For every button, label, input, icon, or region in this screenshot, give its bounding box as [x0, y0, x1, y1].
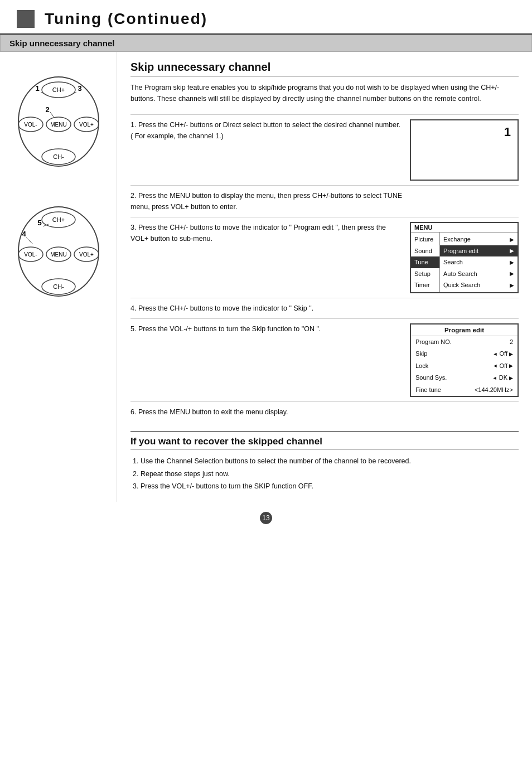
svg-text:CH-: CH-: [53, 153, 64, 160]
program-edit-screen: Program edit Program NO. 2 Skip ◄ Off ▶: [410, 323, 519, 398]
menu-header: MENU: [411, 223, 518, 233]
svg-text:VOL+: VOL+: [79, 122, 94, 128]
step-3-diagram: MENU Picture Sound Tune Setup Timer Exch…: [410, 222, 519, 293]
step-5-row: 5. Press the VOL-/+ buttons to turn the …: [130, 318, 519, 398]
svg-text:MENU: MENU: [50, 122, 66, 128]
svg-text:CH+: CH+: [52, 86, 64, 93]
pe-row-sound-sys: Sound Sys. ◄ DK ▶: [411, 372, 518, 384]
step-4-text: 4. Press the CH+/- buttons to move the i…: [130, 303, 410, 314]
section-bar: Skip unnecessary channel: [0, 35, 532, 52]
page-number: 13: [260, 512, 272, 524]
recovery-heading: If you want to recover the skipped chann…: [130, 436, 519, 449]
step-3-row: 3. Press the CH+/- buttons to move the i…: [130, 217, 519, 293]
menu-screen: MENU Picture Sound Tune Setup Timer Exch…: [410, 222, 519, 293]
step-5-diagram: Program edit Program NO. 2 Skip ◄ Off ▶: [410, 323, 519, 398]
svg-text:1: 1: [35, 84, 39, 93]
header-square: [17, 10, 35, 28]
page-number-container: 13: [0, 512, 532, 524]
menu-right-quick-search: Quick Search▶: [440, 279, 518, 291]
svg-line-30: [26, 238, 33, 244]
menu-body: Picture Sound Tune Setup Timer Exchange▶: [411, 233, 518, 292]
svg-text:VOL-: VOL-: [24, 251, 37, 258]
step-6-text: 6. Press the MENU button to exit the men…: [130, 406, 410, 418]
pe-row-program-no: Program NO. 2: [411, 336, 518, 348]
menu-item-timer: Timer: [411, 279, 439, 291]
right-column: Skip unnecessary channel The Program ski…: [117, 52, 532, 502]
svg-text:CH+: CH+: [52, 216, 64, 223]
section-heading: Skip unnecessary channel: [130, 61, 519, 76]
menu-item-picture: Picture: [411, 234, 439, 245]
menu-item-sound: Sound: [411, 245, 439, 257]
pe-header: Program edit: [411, 325, 518, 336]
intro-text: The Program skip feature enables you to …: [130, 82, 519, 104]
recovery-item-3: 3. Press the VOL+/- buttons to turn the …: [133, 480, 519, 493]
step-5-text: 5. Press the VOL-/+ buttons to turn the …: [130, 323, 410, 335]
pe-row-skip: Skip ◄ Off ▶: [411, 348, 518, 360]
svg-text:2: 2: [45, 105, 49, 114]
step-6-row: 6. Press the MENU button to exit the men…: [130, 401, 519, 418]
menu-item-tune: Tune: [411, 256, 439, 268]
svg-line-16: [70, 92, 76, 95]
menu-right-search: Search▶: [440, 256, 518, 268]
page-title: Tuning (Continued): [45, 10, 207, 28]
recovery-section: If you want to recover the skipped chann…: [130, 431, 519, 493]
main-content: CH+ VOL- MENU VOL+ CH- 1 2 3: [0, 52, 532, 502]
left-column: CH+ VOL- MENU VOL+ CH- 1 2 3: [0, 52, 117, 502]
svg-line-14: [41, 92, 47, 95]
pe-row-lock: Lock ◄ Off ▶: [411, 360, 518, 372]
menu-right-exchange: Exchange▶: [440, 234, 518, 245]
section-bar-label: Skip unnecessary channel: [9, 38, 114, 48]
svg-line-15: [50, 112, 54, 118]
step-2-row: 2. Press the MENU button to display the …: [130, 185, 519, 212]
step-3-text: 3. Press the CH+/- buttons to move the i…: [130, 222, 410, 244]
svg-text:3: 3: [78, 84, 81, 93]
page-header: Tuning (Continued): [0, 0, 532, 35]
svg-text:VOL+: VOL+: [79, 251, 94, 258]
menu-right: Exchange▶ Program edit▶ Search▶ Auto Sea…: [440, 233, 518, 292]
remote-diagram-1: CH+ VOL- MENU VOL+ CH- 1 2 3: [14, 74, 103, 171]
pe-row-fine-tune: Fine tune <144.20MHz>: [411, 384, 518, 396]
menu-right-auto-search: Auto Search▶: [440, 268, 518, 280]
step-1-text: 1. Press the CH+/- buttons or Direct sel…: [130, 119, 410, 142]
step-4-row: 4. Press the CH+/- buttons to move the i…: [130, 298, 519, 314]
svg-text:VOL-: VOL-: [24, 122, 37, 128]
svg-text:5: 5: [37, 219, 41, 227]
svg-text:CH-: CH-: [53, 283, 64, 290]
menu-left: Picture Sound Tune Setup Timer: [411, 233, 440, 292]
tv-screen-1: 1: [411, 120, 518, 180]
step-2-text: 2. Press the MENU button to display the …: [130, 190, 410, 212]
remote-diagram-2: CH+ VOL- MENU VOL+ CH- 4 5: [14, 204, 103, 301]
step-1-row: 1. Press the CH+/- buttons or Direct sel…: [130, 114, 519, 181]
recovery-item-1: 1. Use the Channel Selection buttons to …: [133, 455, 519, 468]
svg-text:4: 4: [22, 230, 26, 238]
recovery-list: 1. Use the Channel Selection buttons to …: [130, 455, 519, 493]
menu-item-setup: Setup: [411, 268, 439, 280]
recovery-item-2: 2. Repeat those steps just now.: [133, 468, 519, 481]
svg-text:MENU: MENU: [50, 251, 66, 258]
channel-number: 1: [504, 125, 511, 139]
menu-right-program-edit: Program edit▶: [440, 245, 518, 257]
step-1-diagram: 1: [410, 119, 519, 181]
